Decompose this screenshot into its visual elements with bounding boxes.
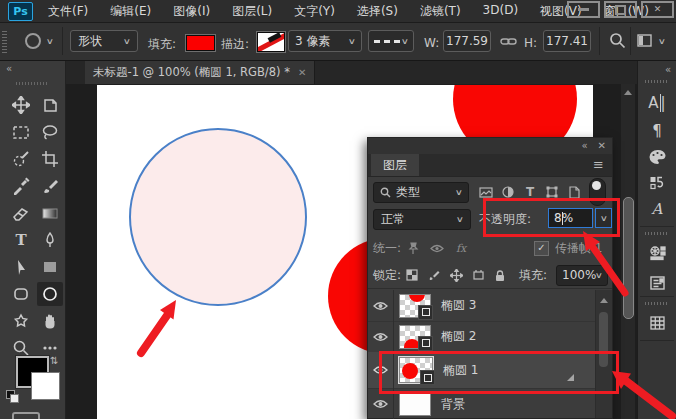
menu-edit[interactable]: 编辑(E)	[110, 3, 151, 20]
stroke-width-field[interactable]: 3 像素 ∨	[288, 30, 362, 52]
close-button[interactable]: ✕	[641, 1, 674, 18]
collapse-panel-icon[interactable]: «	[6, 63, 11, 74]
tool-mode-select[interactable]: 形状 ∨	[70, 30, 138, 52]
unify-visibility-icon[interactable]	[425, 244, 449, 253]
scrollbar-thumb[interactable]	[623, 197, 634, 319]
visibility-eye-icon[interactable]	[368, 290, 394, 321]
menu-select[interactable]: 选择(S)	[357, 3, 398, 20]
shape-height-input[interactable]: 177.41	[543, 30, 591, 52]
quick-mask-icon[interactable]	[12, 412, 40, 419]
blend-mode-select[interactable]: 正常 ∨	[373, 209, 471, 230]
background-color-swatch[interactable]	[31, 372, 60, 400]
path-selection-tool[interactable]	[8, 255, 34, 279]
visibility-eye-icon[interactable]	[368, 352, 394, 388]
menu-file[interactable]: 文件(F)	[48, 3, 88, 20]
rectangular-marquee-tool[interactable]	[8, 120, 34, 144]
type-tool[interactable]: T	[8, 228, 34, 252]
options-grip[interactable]	[2, 31, 7, 53]
opacity-dropdown-button[interactable]: ∨	[595, 208, 612, 228]
layer-row-ellipse-1[interactable]: 椭圆 1	[368, 352, 596, 389]
menu-3d[interactable]: 3D(D)	[483, 3, 518, 20]
layer-list-scrollbar[interactable]	[595, 290, 612, 418]
scroll-up-arrow-icon[interactable]	[600, 298, 608, 303]
move-tool[interactable]	[8, 93, 34, 117]
layer-row-ellipse-3[interactable]: 椭圆 3	[368, 290, 596, 322]
filter-smart-objects-icon[interactable]	[563, 186, 585, 199]
swap-colors-icon[interactable]: ⇅	[50, 355, 58, 366]
ellipse-tool-preset-icon[interactable]	[24, 32, 42, 50]
unify-effects-icon[interactable]: fx	[449, 242, 473, 255]
unify-position-icon[interactable]	[401, 242, 425, 255]
ellipse-tool-selected[interactable]	[37, 282, 63, 306]
lock-image-pixels-icon[interactable]	[423, 269, 445, 281]
libraries-panel-icon[interactable]	[638, 240, 676, 266]
lasso-tool[interactable]	[37, 120, 63, 144]
stroke-style-swatch[interactable]	[257, 32, 285, 52]
lock-all-icon[interactable]	[489, 269, 511, 282]
panel-grip[interactable]	[645, 80, 669, 83]
lock-position-icon[interactable]	[445, 269, 467, 282]
filter-shape-layers-icon[interactable]	[541, 186, 563, 198]
filter-toggle-switch[interactable]	[589, 178, 606, 206]
layer-thumbnail[interactable]	[399, 392, 431, 416]
tab-close-icon[interactable]: ✕	[298, 67, 306, 78]
pen-tool[interactable]	[37, 228, 63, 252]
document-tab[interactable]: 未标题-1 @ 100% (椭圆 1, RGB/8) * ✕	[85, 60, 315, 84]
rectangle-tool[interactable]	[37, 255, 63, 279]
channels-panel-icon[interactable]	[638, 310, 676, 336]
menu-type[interactable]: 文字(Y)	[294, 3, 335, 20]
opacity-input[interactable]: 8%	[548, 208, 593, 228]
brush-tool[interactable]	[37, 174, 63, 198]
layer-row-background[interactable]: 背景	[368, 388, 596, 419]
fill-color-swatch[interactable]	[186, 35, 215, 51]
fill-opacity-select[interactable]: 100% ∨	[556, 265, 608, 286]
panel-grip[interactable]	[645, 302, 669, 305]
propagate-frame-checkbox[interactable]: ✓	[534, 241, 549, 256]
scrollbar-thumb[interactable]	[599, 312, 608, 367]
scroll-up-arrow-icon[interactable]	[624, 90, 632, 95]
character-panel-icon[interactable]: A|	[638, 90, 676, 116]
canvas-vertical-scrollbar[interactable]	[621, 84, 635, 419]
eraser-tool[interactable]	[8, 201, 34, 225]
properties-panel-icon[interactable]	[638, 270, 676, 296]
layer-name[interactable]: 背景	[441, 396, 465, 413]
gradient-tool[interactable]	[37, 201, 63, 225]
collapse-panels-icon[interactable]: «	[665, 64, 670, 75]
panel-grip[interactable]	[645, 232, 669, 235]
quick-selection-tool[interactable]	[8, 147, 34, 171]
filter-type-layers-icon[interactable]: T	[519, 185, 541, 199]
shape-width-input[interactable]: 177.59	[443, 30, 491, 52]
layer-row-ellipse-2[interactable]: 椭圆 2	[368, 321, 596, 353]
tool-preset-chevron-icon[interactable]: ∨	[46, 37, 54, 46]
artboard-tool[interactable]	[37, 93, 63, 117]
prevent-autonest-icon[interactable]	[467, 269, 489, 281]
minimize-button[interactable]	[567, 1, 600, 18]
toolbar-grip[interactable]	[16, 82, 48, 85]
visibility-eye-icon[interactable]	[368, 321, 394, 352]
menu-image[interactable]: 图像(I)	[173, 3, 210, 20]
search-icon[interactable]	[609, 32, 626, 49]
tab-layers[interactable]: 图层	[371, 154, 419, 176]
chevron-down-icon[interactable]: ∨	[658, 37, 666, 46]
custom-shape-tool[interactable]	[8, 309, 34, 333]
paragraph-panel-icon[interactable]: ¶	[638, 118, 676, 144]
lock-transparent-pixels-icon[interactable]	[401, 269, 423, 281]
menu-layer[interactable]: 图层(L)	[232, 3, 272, 20]
panel-close-icon[interactable]: ✕	[598, 140, 606, 151]
filter-kind-select[interactable]: 类型 ∨	[373, 182, 469, 203]
visibility-eye-icon[interactable]	[368, 388, 394, 419]
stroke-dash-style-select[interactable]: ∨	[368, 30, 414, 52]
crop-tool[interactable]	[37, 147, 63, 171]
filter-pixel-layers-icon[interactable]	[475, 187, 497, 198]
layer-name[interactable]: 椭圆 1	[443, 362, 478, 379]
layer-name[interactable]: 椭圆 2	[441, 328, 476, 345]
layer-name[interactable]: 椭圆 3	[441, 297, 476, 314]
eyedropper-tool[interactable]	[8, 174, 34, 198]
rounded-rectangle-tool[interactable]	[8, 282, 34, 306]
menu-filter[interactable]: 滤镜(T)	[420, 3, 461, 20]
character-styles-panel-icon[interactable]: A	[638, 196, 676, 222]
workspace-switcher-icon[interactable]	[637, 34, 652, 47]
default-colors-icon[interactable]	[6, 390, 18, 402]
hand-tool[interactable]	[37, 309, 63, 333]
filter-adjustment-layers-icon[interactable]	[497, 186, 519, 198]
